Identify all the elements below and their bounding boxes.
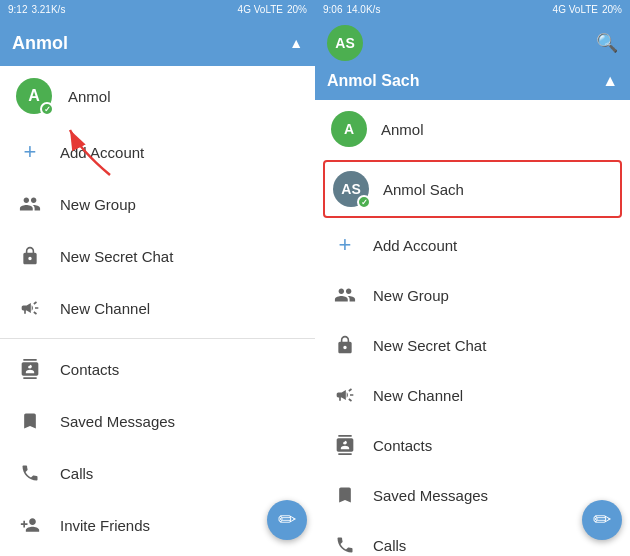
left-menu: A ✓ Anmol + Add Account New Group New Se… (0, 66, 315, 556)
megaphone-icon (16, 294, 44, 322)
right-group-icon (331, 281, 359, 309)
right-contacts-icon (331, 431, 359, 459)
right-menu-item-anmol[interactable]: A Anmol (315, 100, 630, 158)
right-phone-icon (331, 531, 359, 556)
contacts-icon (16, 355, 44, 383)
right-menu-label-anmol-sach: Anmol Sach (383, 181, 464, 198)
left-header-title: Anmol (12, 33, 68, 54)
menu-label-calls: Calls (60, 465, 93, 482)
right-search-icon[interactable]: 🔍 (596, 32, 618, 54)
right-menu-label-saved-messages: Saved Messages (373, 487, 488, 504)
right-header: AS 🔍 (315, 18, 630, 66)
invite-icon (16, 511, 44, 539)
right-panel: 9:06 14.0K/s 4G VoLTE 20% AS 🔍 Anmol Sac… (315, 0, 630, 556)
right-menu-label-calls: Calls (373, 537, 406, 554)
right-menu-item-new-secret-chat[interactable]: New Secret Chat (315, 320, 630, 370)
menu-label-invite-friends: Invite Friends (60, 517, 150, 534)
right-avatar-anmol: A (331, 111, 367, 147)
right-menu-label-anmol: Anmol (381, 121, 424, 138)
menu-label-anmol: Anmol (68, 88, 111, 105)
menu-item-saved-messages[interactable]: Saved Messages (0, 395, 315, 447)
right-menu: A Anmol AS ✓ Anmol Sach + Add Account Ne… (315, 100, 630, 556)
right-menu-label-new-secret-chat: New Secret Chat (373, 337, 486, 354)
account-name-row[interactable]: Anmol Sach ▲ (327, 72, 618, 90)
right-status-bar: 9:06 14.0K/s 4G VoLTE 20% (315, 0, 630, 18)
menu-label-new-secret-chat: New Secret Chat (60, 248, 173, 265)
right-battery: 20% (602, 4, 622, 15)
bookmark-icon (16, 407, 44, 435)
menu-label-new-channel: New Channel (60, 300, 150, 317)
right-header-avatar: AS (327, 25, 363, 61)
right-menu-item-new-channel[interactable]: New Channel (315, 370, 630, 420)
right-menu-item-add-account[interactable]: + Add Account (315, 220, 630, 270)
account-arrow[interactable]: ▲ (602, 72, 618, 90)
menu-item-settings[interactable]: Settings (0, 551, 315, 556)
menu-item-contacts[interactable]: Contacts (0, 343, 315, 395)
right-lock-icon (331, 331, 359, 359)
divider-1 (0, 338, 315, 339)
menu-label-saved-messages: Saved Messages (60, 413, 175, 430)
menu-item-new-channel[interactable]: New Channel (0, 282, 315, 334)
account-name: Anmol Sach (327, 72, 419, 90)
phone-icon (16, 459, 44, 487)
plus-icon-left: + (16, 138, 44, 166)
left-signal: 4G VoLTE (238, 4, 283, 15)
left-fab[interactable]: ✏ (267, 500, 307, 540)
menu-label-contacts: Contacts (60, 361, 119, 378)
right-fab[interactable]: ✏ (582, 500, 622, 540)
right-menu-item-contacts[interactable]: Contacts (315, 420, 630, 470)
right-menu-label-add-account: Add Account (373, 237, 457, 254)
right-menu-label-new-group: New Group (373, 287, 449, 304)
right-bookmark-icon (331, 481, 359, 509)
group-icon (16, 190, 44, 218)
left-battery: 20% (287, 4, 307, 15)
menu-item-new-secret-chat[interactable]: New Secret Chat (0, 230, 315, 282)
right-plus-icon: + (331, 231, 359, 259)
right-avatar-anmol-sach: AS ✓ (333, 171, 369, 207)
right-time: 9:06 (323, 4, 342, 15)
menu-label-add-account: Add Account (60, 144, 144, 161)
avatar-check: ✓ (40, 102, 54, 116)
left-panel: 9:12 3.21K/s 4G VoLTE 20% Anmol ▲ A ✓ An… (0, 0, 315, 556)
menu-label-new-group: New Group (60, 196, 136, 213)
right-avatar-check: ✓ (357, 195, 371, 209)
right-signal: 4G VoLTE (553, 4, 598, 15)
right-menu-label-new-channel: New Channel (373, 387, 463, 404)
right-megaphone-icon (331, 381, 359, 409)
left-header-arrow[interactable]: ▲ (289, 35, 303, 51)
menu-item-new-group[interactable]: New Group (0, 178, 315, 230)
right-menu-label-contacts: Contacts (373, 437, 432, 454)
right-menu-item-anmol-sach[interactable]: AS ✓ Anmol Sach (323, 160, 622, 218)
left-time: 9:12 (8, 4, 27, 15)
left-status-bar: 9:12 3.21K/s 4G VoLTE 20% (0, 0, 315, 18)
left-speed: 3.21K/s (31, 4, 65, 15)
left-header: Anmol ▲ (0, 18, 315, 66)
right-speed: 14.0K/s (346, 4, 380, 15)
lock-icon (16, 242, 44, 270)
menu-item-add-account[interactable]: + Add Account (0, 126, 315, 178)
menu-item-anmol[interactable]: A ✓ Anmol (0, 66, 315, 126)
right-menu-item-new-group[interactable]: New Group (315, 270, 630, 320)
account-section: Anmol Sach ▲ (315, 66, 630, 100)
avatar-anmol: A ✓ (16, 78, 52, 114)
menu-item-calls[interactable]: Calls (0, 447, 315, 499)
